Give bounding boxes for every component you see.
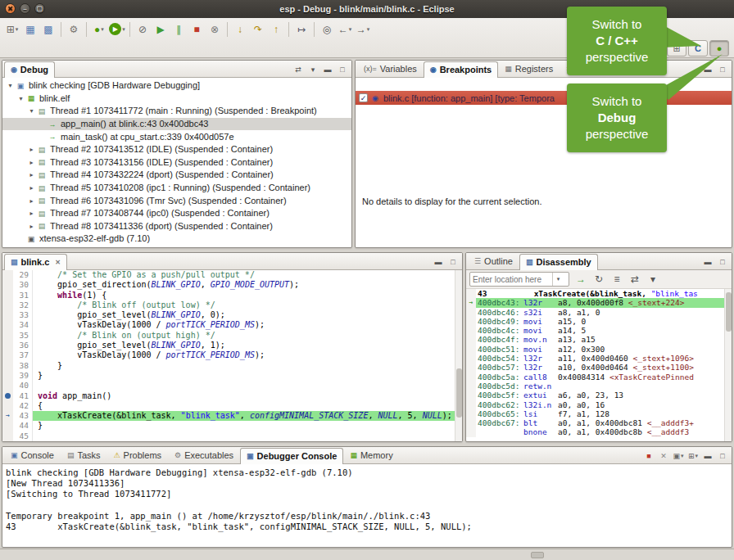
twistie-icon[interactable]: ▸ (27, 197, 36, 205)
bottom-tab-debugger-console[interactable]: ▣Debugger Console (240, 448, 343, 464)
view-menu-icon[interactable]: ▾ (644, 270, 662, 288)
editor-scrollbar[interactable] (455, 270, 462, 441)
close-tab-icon[interactable]: ✕ (55, 259, 61, 266)
window-close-button[interactable]: ✕ (5, 3, 16, 14)
minimize-icon[interactable]: ▬ (321, 62, 334, 77)
code-text: gpio_set_level(BLINK_GPIO, 1); (33, 341, 462, 350)
line-number: 31 (13, 291, 33, 300)
breakpoint-checkbox[interactable]: ✓ (359, 93, 368, 102)
gutter-slot (2, 291, 13, 300)
go-to-pc-icon[interactable]: → (572, 270, 590, 288)
editor-tab-blink-c[interactable]: ▤blink.c✕ (4, 254, 67, 270)
debug-tree-item[interactable]: ▸▤Thread #8 1073411336 (dport) (Suspende… (2, 220, 351, 233)
views-tab-registers[interactable]: ▦Registers (498, 61, 560, 77)
source-mode-icon[interactable]: ≡ (608, 270, 626, 288)
bottom-tab-problems[interactable]: ⚠Problems (107, 447, 169, 463)
terminate-icon[interactable]: ■ (188, 20, 206, 38)
connect-icon[interactable]: ⇄ (292, 62, 305, 77)
step-over-icon-glyph: ↷ (254, 25, 262, 34)
debug-tree-item[interactable]: →main_task() at cpu_start.c:339 0x400d05… (2, 130, 351, 143)
debug-icon[interactable]: ● (90, 20, 108, 38)
maximize-icon[interactable]: □ (716, 255, 729, 269)
debug-tree-item[interactable]: →app_main() at blink.c:43 0x400dbc43 (2, 118, 351, 131)
right-tab-disassembly[interactable]: ▥Disassembly (519, 254, 598, 270)
debug-tree-item[interactable]: ▸▤Thread #6 1073431096 (Tmr Svc) (Suspen… (2, 194, 351, 207)
step-over-icon[interactable]: ↷ (249, 20, 267, 38)
views-tab-variables[interactable]: (x)=Variables (357, 61, 424, 77)
debug-tab-debug[interactable]: ◉Debug (4, 61, 55, 78)
location-combo[interactable]: ▾ (469, 272, 569, 287)
back-icon[interactable]: ← (336, 20, 354, 38)
bottom-tab-executables[interactable]: ⚙Executables (168, 447, 240, 463)
suspend-icon[interactable]: ∥ (170, 20, 188, 38)
code-editor[interactable]: 29 /* Set the GPIO as a push/pull output… (2, 270, 462, 441)
save-all-icon[interactable]: ▩ (39, 20, 57, 38)
debugger-console-output[interactable]: blink checking [GDB Hardware Debugging] … (2, 464, 732, 532)
debug-tree-item[interactable]: ▸▤Thread #4 1073432224 (dport) (Suspende… (2, 169, 351, 182)
window-minimize-button[interactable]: – (20, 3, 30, 14)
bottom-tab-label: Console (21, 451, 54, 460)
step-into-icon[interactable]: ↓ (231, 20, 249, 38)
tree-item-label: blink.elf (39, 94, 70, 103)
views-tab-breakpoints[interactable]: ◉Breakpoints (424, 61, 498, 78)
stack-frame-icon: → (47, 120, 58, 129)
instruction-stepping-icon[interactable]: ↦ (292, 20, 310, 38)
twistie-icon[interactable]: ▸ (27, 223, 36, 230)
debug-tree-item[interactable]: ▸▤Thread #2 1073413512 (IDLE) (Suspended… (2, 143, 351, 156)
refresh-icon[interactable]: ↻ (590, 270, 608, 288)
twistie-icon[interactable]: ▾ (16, 95, 25, 102)
twistie-icon[interactable]: ▸ (27, 146, 36, 153)
debug-tree-item[interactable]: ▾▦blink.elf (2, 93, 351, 106)
bottom-tab-tasks[interactable]: ▤Tasks (61, 447, 107, 463)
debug-tree-item[interactable]: ▾▤Thread #1 1073411772 (main : Running) … (2, 105, 351, 118)
twistie-icon[interactable]: ▸ (27, 184, 36, 192)
minimize-icon[interactable]: ▬ (701, 449, 714, 463)
debug-tree-item[interactable]: ▾▣blink checking [GDB Hardware Debugging… (2, 79, 351, 93)
horizontal-scrollbar-thumb[interactable] (531, 552, 544, 558)
console-line: [New Thread 1073411336] (6, 478, 730, 489)
step-into-icon-glyph: ↓ (238, 25, 242, 34)
twistie-icon[interactable]: ▸ (27, 159, 36, 166)
debug-tree-item[interactable]: ▣xtensa-esp32-elf-gdb (7.10) (2, 233, 351, 246)
twistie-icon[interactable]: ▸ (27, 210, 36, 217)
disassembly-scrollbar[interactable] (724, 289, 732, 441)
combo-dropdown-icon[interactable]: ▾ (552, 273, 564, 286)
minimize-icon[interactable]: ▬ (432, 255, 445, 269)
resume-icon[interactable]: ▶ (152, 20, 170, 38)
maximize-icon[interactable]: □ (336, 62, 349, 77)
new-wizard-icon[interactable]: ⊞ (3, 20, 21, 38)
debug-tree-item[interactable]: ▸▤Thread #3 1073413156 (IDLE) (Suspended… (2, 156, 351, 169)
window-maximize-button[interactable]: ▢ (34, 3, 45, 14)
terminate-console-icon[interactable]: ■ (642, 449, 655, 463)
remove-launch-icon[interactable]: ✕ (657, 449, 670, 463)
forward-icon[interactable]: → (354, 20, 372, 38)
editor-scrollbar-thumb[interactable] (456, 368, 462, 418)
disassembly-scrollbar-thumb[interactable] (726, 292, 732, 332)
debug-tree-item[interactable]: ▸▤Thread #7 1073408744 (ipc0) (Suspended… (2, 207, 351, 220)
twistie-icon[interactable]: ▾ (6, 82, 15, 89)
console-tabbar: ▣Console▤Tasks⚠Problems⚙Executables▣Debu… (2, 447, 732, 464)
right-tab-outline[interactable]: ☰Outline (468, 253, 519, 269)
step-return-icon[interactable]: ↑ (267, 20, 285, 38)
build-icon[interactable]: ⚙ (65, 20, 83, 38)
bottom-tab-memory[interactable]: ▦Memory (343, 447, 399, 463)
minimize-icon[interactable]: ▬ (701, 255, 714, 269)
run-icon[interactable]: ▶ (108, 20, 126, 38)
search-icon[interactable]: ◎ (318, 20, 336, 38)
display-console-icon[interactable]: ▣ (672, 449, 685, 463)
debug-tree-item[interactable]: ▸▤Thread #5 1073410208 (ipc1 : Running) … (2, 182, 351, 195)
location-input[interactable] (470, 275, 552, 284)
disconnect-icon[interactable]: ⊗ (206, 20, 224, 38)
skip-breakpoints-icon[interactable]: ⊘ (134, 20, 152, 38)
maximize-icon[interactable]: □ (716, 449, 729, 463)
twistie-icon[interactable]: ▾ (27, 107, 36, 115)
disassembly-listing[interactable]: 43 xTaskCreate(&blink_task, "blink_tas→4… (466, 289, 732, 441)
open-console-icon[interactable]: ⊞ (686, 449, 700, 463)
view-menu-icon[interactable]: ▾ (306, 62, 319, 77)
callout-cpp-perspective: Switch to C / C++ perspective (567, 7, 667, 75)
twistie-icon[interactable]: ▸ (27, 171, 36, 178)
maximize-icon[interactable]: □ (446, 255, 460, 269)
bottom-tab-console[interactable]: ▣Console (4, 447, 61, 463)
save-icon[interactable]: ▦ (21, 20, 39, 38)
sync-icon[interactable]: ⇄ (626, 270, 644, 288)
